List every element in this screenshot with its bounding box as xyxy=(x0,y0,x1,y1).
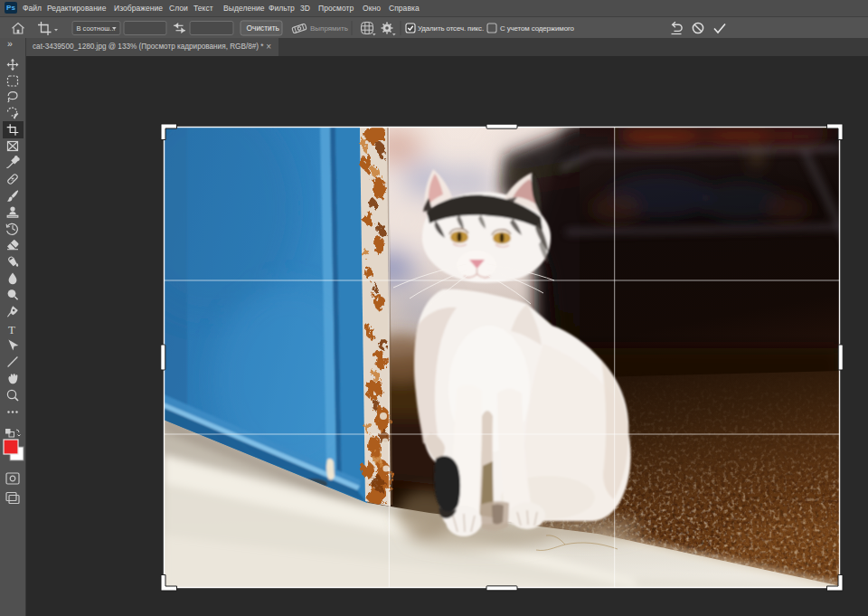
svg-text:T: T xyxy=(8,323,15,336)
svg-text:В соотнош...: В соотнош... xyxy=(77,24,116,33)
svg-text:Выпрямить: Выпрямить xyxy=(310,24,348,33)
svg-text:Очистить: Очистить xyxy=(247,24,280,33)
